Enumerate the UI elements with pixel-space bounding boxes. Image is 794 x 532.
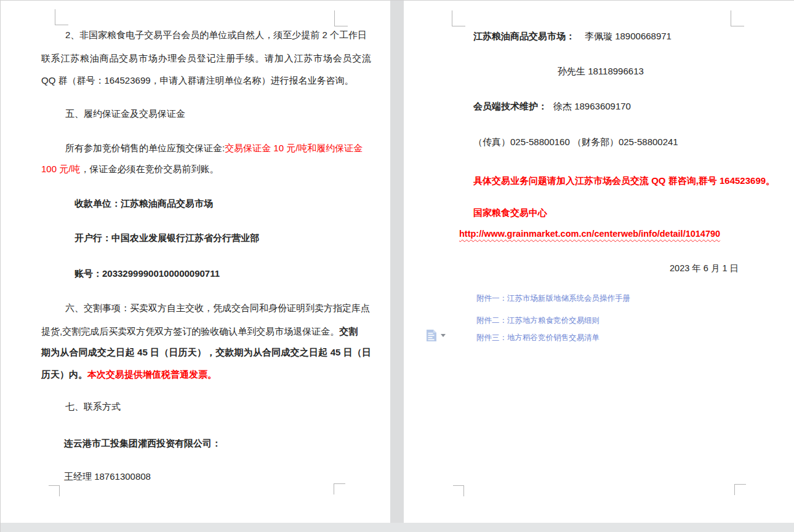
qq-notice-line: 具体交易业务问题请加入江苏市场会员交流 QQ 群咨询,群号 164523699。	[473, 175, 775, 187]
margin-mark-bottom-left	[453, 485, 464, 496]
bank-payee-line: 收款单位：江苏粮油商品交易市场	[74, 197, 213, 210]
attached-file-icon	[426, 329, 437, 342]
heading-section-seven: 七、联系方式	[65, 400, 121, 413]
document-date: 2023 年 6 月 1 日	[670, 262, 739, 274]
paragraph-deposit-line1: 所有参加竞价销售的单位应预交保证金:交易保证金 10 元/吨和履约保证金	[65, 142, 363, 154]
delivery-text-regular: 提货,交割完成后买卖双方凭双方签订的验收确认单到交易市场退保证金。	[41, 326, 339, 336]
delivery-tail-bold: 历天）内。	[41, 369, 87, 379]
tech-contact-value: 徐杰 18963609170	[553, 101, 631, 111]
paragraph-delivery-line4: 历天）内。本次交易提供增值税普通发票。	[41, 368, 217, 381]
attachment-1-title: 江苏市场新版地储系统会员操作手册	[507, 294, 630, 303]
tech-support-line: 会员端技术维护：徐杰 18963609170	[473, 100, 631, 113]
deposit-text-black: 所有参加竞价销售的单位应预交保证金:	[65, 143, 225, 153]
margin-mark-top-left	[452, 10, 465, 26]
heading-section-five: 五、履约保证金及交易保证金	[65, 108, 185, 120]
attachment-object-button[interactable]	[426, 329, 449, 344]
margin-mark-bottom-right	[334, 483, 345, 494]
market-label: 江苏粮油商品交易市场：	[473, 31, 575, 41]
document-page-1: 2、非国家粮食电子交易平台会员的单位或自然人，须至少提前 2 个工作日 联系江苏…	[1, 1, 390, 523]
company-name-line: 连云港市工投集团灌西投资有限公司：	[64, 437, 221, 450]
deposit-text-red: 交易保证金 10 元/吨和履约保证金	[225, 143, 363, 153]
paragraph-delivery-line2: 提货,交割完成后买卖双方凭双方签订的验收确认单到交易市场退保证金。交割	[41, 325, 358, 338]
attachment-3-label: 附件三：	[476, 333, 507, 342]
paragraph-delivery-line1: 六、交割事项：买卖双方自主交收，凭成交合同和身份证明到卖方指定库点	[65, 302, 370, 314]
invoice-notice-red: 本次交易提供增值税普通发票。	[87, 369, 217, 379]
attachment-2-label: 附件二：	[476, 316, 507, 325]
margin-mark-bottom-right	[734, 484, 746, 495]
company-contact-line: 王经理 18761300808	[64, 470, 151, 483]
deposit-amount-red: 100 元/吨	[41, 164, 80, 174]
attachment-link-2[interactable]: 附件二：江苏地方粮食竞价交易细则	[476, 316, 600, 326]
attachment-3-title: 地方稻谷竞价销售交易清单	[507, 333, 600, 342]
margin-mark-bottom-left	[49, 485, 60, 496]
attachment-link-1[interactable]: 附件一：江苏市场新版地储系统会员操作手册	[476, 293, 630, 304]
margin-mark-top-left	[55, 9, 68, 25]
delivery-text-bold-start: 交割	[339, 326, 358, 336]
market-contact2-line: 孙先生 18118996613	[558, 65, 644, 77]
grain-center-name: 国家粮食交易中心	[473, 207, 547, 219]
deposit-tail-black: ，保证金必须在竞价交易前到账。	[80, 164, 219, 174]
bank-account-line: 账号：20332999900100000090711	[74, 268, 220, 280]
paragraph-register-line3: QQ 群（群号：164523699，申请入群请注明单位名称）进行报名业务咨询。	[41, 74, 354, 87]
attachment-link-3[interactable]: 附件三：地方稻谷竞价销售交易清单	[476, 333, 600, 343]
paragraph-register-line1: 2、非国家粮食电子交易平台会员的单位或自然人，须至少提前 2 个工作日	[65, 29, 367, 41]
viewer-bottom-strip	[1, 523, 794, 532]
fax-finance-line: （传真）025-58800160 （财务部）025-58800241	[473, 136, 678, 148]
margin-mark-top-right	[731, 10, 744, 26]
attachment-2-title: 江苏地方粮食竞价交易细则	[507, 316, 600, 325]
paragraph-delivery-line3: 期为从合同成交之日起 45 日（日历天），交款期为从合同成交之日起 45 日（日	[41, 346, 371, 359]
market-contact-line: 江苏粮油商品交易市场：李佩璇 18900668971	[473, 30, 672, 42]
paragraph-deposit-line2: 100 元/吨，保证金必须在竞价交易前到账。	[41, 163, 219, 175]
attachment-1-label: 附件一：	[476, 294, 507, 303]
market-contact-value: 李佩璇 18900668971	[585, 31, 672, 41]
page-gutter	[390, 1, 404, 523]
margin-mark-top-right	[334, 10, 348, 26]
grain-center-url-link[interactable]: http://www.grainmarket.com.cn/centerweb/…	[459, 228, 720, 240]
tech-label: 会员端技术维护：	[473, 101, 547, 111]
dropdown-arrow-icon	[441, 334, 446, 337]
paragraph-register-line2: 联系江苏粮油商品交易市场办理会员登记注册手续。请加入江苏市场会员交流	[41, 52, 371, 65]
bank-name-line: 开户行：中国农业发展银行江苏省分行营业部	[74, 232, 259, 244]
document-page-2: 江苏粮油商品交易市场：李佩璇 18900668971 孙先生 181189966…	[404, 1, 794, 523]
document-viewer: 2、非国家粮食电子交易平台会员的单位或自然人，须至少提前 2 个工作日 联系江苏…	[0, 0, 794, 532]
